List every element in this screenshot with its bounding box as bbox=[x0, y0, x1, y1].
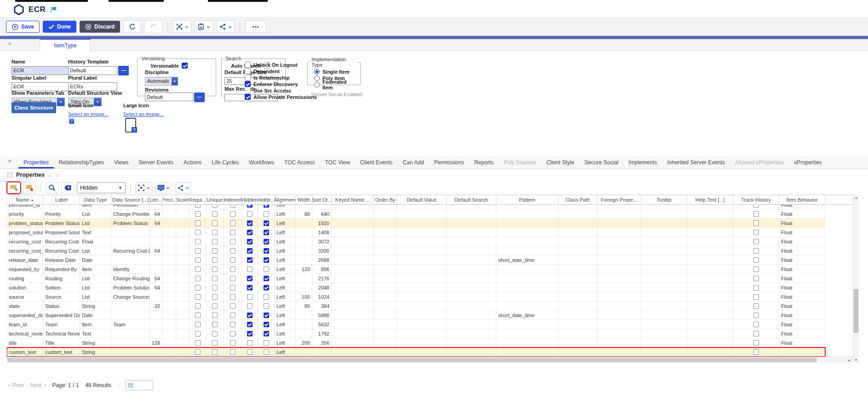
checkbox[interactable] bbox=[195, 285, 201, 290]
discipline-select[interactable]: Automatic ▾ bbox=[145, 77, 178, 86]
checkbox[interactable] bbox=[264, 267, 269, 272]
checkbox[interactable] bbox=[264, 322, 269, 327]
column-header-pattern[interactable]: Pattern bbox=[496, 195, 558, 204]
table-row[interactable]: priorityPriorityListChange Priorities64L… bbox=[7, 209, 825, 219]
delete-property-button[interactable] bbox=[23, 182, 36, 193]
checkbox[interactable] bbox=[264, 230, 269, 235]
table-row[interactable]: sourceSourceListChange SourcesLeft100102… bbox=[7, 292, 825, 301]
checkbox[interactable] bbox=[753, 276, 759, 281]
checkbox[interactable] bbox=[264, 285, 269, 290]
large-icon-placeholder[interactable]: ? bbox=[125, 118, 136, 133]
checkbox[interactable] bbox=[230, 331, 236, 336]
checkbox[interactable] bbox=[264, 248, 269, 254]
add-property-button[interactable] bbox=[7, 182, 20, 193]
prev-page-button[interactable]: ‹ Prev bbox=[8, 382, 24, 388]
checkbox[interactable] bbox=[264, 239, 269, 244]
table-row[interactable]: solutionSoltionListProblem Solution64Lef… bbox=[7, 283, 825, 292]
checkbox[interactable] bbox=[230, 313, 236, 318]
clear-search-button[interactable] bbox=[61, 182, 74, 193]
revisions-input[interactable] bbox=[145, 93, 193, 101]
reports-dropdown-button[interactable] bbox=[195, 20, 213, 33]
checkbox[interactable] bbox=[753, 322, 759, 327]
small-icon-placeholder[interactable]: ? bbox=[68, 118, 74, 124]
scroll-right-icon[interactable]: ▸ bbox=[846, 357, 853, 363]
tab-workflows[interactable]: Workflows bbox=[244, 156, 279, 168]
tab-permissions[interactable]: Permissions bbox=[429, 156, 469, 168]
checkbox[interactable] bbox=[247, 239, 253, 244]
column-header-name[interactable]: Name▲ bbox=[7, 195, 43, 204]
tab-relationshiptypes[interactable]: RelationshipTypes bbox=[54, 156, 109, 168]
table-row[interactable]: recurring_cost_direc...Recurring Cost Di… bbox=[7, 246, 825, 255]
column-header-len[interactable]: Len... bbox=[150, 195, 162, 204]
checkbox[interactable] bbox=[212, 211, 218, 217]
column-header-hidden2[interactable]: Hidde... bbox=[258, 195, 275, 204]
display-dropdown-button[interactable] bbox=[155, 182, 172, 193]
checkbox[interactable] bbox=[247, 349, 253, 355]
checkbox[interactable] bbox=[195, 257, 201, 263]
checkbox[interactable] bbox=[230, 294, 236, 300]
column-header-unique[interactable]: Unique bbox=[206, 195, 224, 204]
tab-xproperties[interactable]: xProperties bbox=[789, 156, 827, 168]
scroll-down-icon[interactable]: ▼ bbox=[853, 357, 859, 363]
checkbox[interactable] bbox=[264, 313, 269, 318]
column-header-help_text[interactable]: Help Text [...] bbox=[687, 195, 733, 204]
checkbox-enforce-discovery[interactable] bbox=[245, 81, 251, 87]
radio-single-item[interactable] bbox=[314, 69, 320, 75]
scrollbar-thumb[interactable] bbox=[854, 289, 858, 333]
checkbox[interactable] bbox=[753, 267, 759, 272]
checkbox[interactable] bbox=[247, 285, 253, 290]
class-structure-button[interactable]: Class Structure bbox=[11, 102, 56, 113]
table-row[interactable]: team_idTeamItemTeamLeft5632Float bbox=[7, 320, 825, 329]
checkbox[interactable] bbox=[212, 257, 218, 263]
history-template-browse-button[interactable]: … bbox=[118, 66, 129, 75]
checkbox[interactable] bbox=[753, 340, 759, 346]
share-dropdown-button[interactable] bbox=[175, 182, 191, 193]
checkbox[interactable] bbox=[753, 211, 759, 217]
checkbox[interactable] bbox=[195, 331, 201, 336]
checkbox-allow-private-permissions[interactable] bbox=[245, 94, 251, 100]
checkbox[interactable] bbox=[230, 349, 236, 355]
checkbox[interactable] bbox=[264, 220, 269, 226]
checkbox[interactable] bbox=[212, 267, 218, 272]
name-input[interactable] bbox=[11, 66, 70, 75]
checkbox[interactable] bbox=[753, 294, 759, 300]
checkbox[interactable] bbox=[264, 303, 269, 309]
column-header-label[interactable]: Label bbox=[43, 195, 80, 204]
tab-inherited-server-events[interactable]: Inherited Server Events bbox=[662, 156, 730, 168]
checkbox[interactable] bbox=[264, 211, 269, 217]
tab-actions[interactable]: Actions bbox=[178, 156, 207, 168]
checkbox[interactable] bbox=[753, 303, 759, 309]
checkbox[interactable] bbox=[264, 331, 269, 336]
history-template-input[interactable] bbox=[68, 66, 117, 75]
column-header-alignment[interactable]: Alignment bbox=[275, 195, 296, 204]
tab-toc-access[interactable]: TOC Access bbox=[279, 156, 320, 168]
radio-poly-item[interactable] bbox=[314, 75, 320, 81]
tab-toc-view[interactable]: TOC View bbox=[320, 156, 355, 168]
checkbox[interactable] bbox=[212, 322, 218, 327]
checkbox[interactable] bbox=[264, 276, 269, 281]
checkbox[interactable] bbox=[753, 239, 759, 244]
refresh-button[interactable] bbox=[123, 20, 141, 33]
checkbox[interactable] bbox=[230, 276, 236, 281]
checkbox[interactable] bbox=[247, 248, 253, 254]
tab-client-style[interactable]: Client Style bbox=[541, 156, 580, 168]
checkbox[interactable] bbox=[247, 220, 253, 226]
checkbox[interactable] bbox=[230, 303, 236, 309]
table-row[interactable]: custom_textcustom_textStringLeft bbox=[7, 348, 825, 357]
column-header-default_search[interactable]: Default Search bbox=[447, 195, 496, 204]
column-header-track_history[interactable]: Track History bbox=[733, 195, 779, 204]
checkbox[interactable] bbox=[195, 349, 201, 355]
checkbox[interactable] bbox=[212, 239, 218, 244]
checkbox[interactable] bbox=[230, 248, 236, 254]
table-row[interactable]: problem_statusProblem StatusListProblem … bbox=[7, 219, 825, 228]
tab-secure-social[interactable]: Secure Social bbox=[579, 156, 623, 168]
checkbox[interactable] bbox=[753, 220, 759, 226]
checkbox[interactable] bbox=[230, 340, 236, 346]
checkbox[interactable] bbox=[212, 230, 218, 235]
checkbox[interactable] bbox=[247, 205, 253, 208]
tab-properties[interactable]: Properties bbox=[18, 156, 54, 168]
tab-life-cycles[interactable]: Life Cycles bbox=[207, 156, 244, 168]
checkbox[interactable] bbox=[247, 276, 253, 281]
checkbox[interactable] bbox=[247, 294, 253, 300]
tab-views[interactable]: Views bbox=[109, 156, 134, 168]
